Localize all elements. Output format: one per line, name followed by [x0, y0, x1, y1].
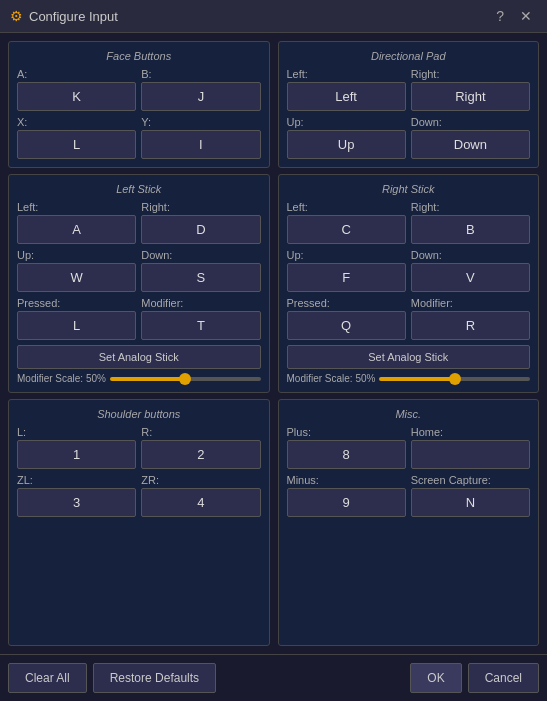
bottom-row: Shoulder buttons L: 1 R: 2 ZL: 3 ZR: 4: [8, 399, 539, 646]
footer: Clear All Restore Defaults OK Cancel: [0, 654, 547, 701]
dpad-title: Directional Pad: [287, 50, 531, 62]
left-stick-title: Left Stick: [17, 183, 261, 195]
title-bar: ⚙ Configure Input ? ✕: [0, 0, 547, 33]
rs-right-label: Right:: [411, 201, 530, 213]
restore-defaults-button[interactable]: Restore Defaults: [93, 663, 216, 693]
rs-down-group: Down: V: [411, 249, 530, 292]
rs-left-btn[interactable]: C: [287, 215, 406, 244]
right-stick-grid: Left: C Right: B Up: F Down: V Pressed:: [287, 201, 531, 340]
ls-left-btn[interactable]: A: [17, 215, 136, 244]
rs-modifier-scale-slider[interactable]: [379, 377, 530, 381]
misc-plus-btn[interactable]: 8: [287, 440, 406, 469]
ls-set-analog-btn[interactable]: Set Analog Stick: [17, 345, 261, 369]
dpad-section: Directional Pad Left: Left Right: Right …: [278, 41, 540, 168]
shoulder-r-group: R: 2: [141, 426, 260, 469]
clear-all-button[interactable]: Clear All: [8, 663, 87, 693]
dpad-left-btn[interactable]: Left: [287, 82, 406, 111]
face-btn-y-group: Y: I: [141, 116, 260, 159]
right-stick-title: Right Stick: [287, 183, 531, 195]
shoulder-l-btn[interactable]: 1: [17, 440, 136, 469]
ls-modifier-scale-slider[interactable]: [110, 377, 261, 381]
face-buttons-title: Face Buttons: [17, 50, 261, 62]
face-btn-y-label: Y:: [141, 116, 260, 128]
misc-plus-label: Plus:: [287, 426, 406, 438]
dpad-grid: Left: Left Right: Right Up: Up Down: Dow…: [287, 68, 531, 159]
rs-set-analog-btn[interactable]: Set Analog Stick: [287, 345, 531, 369]
rs-up-btn[interactable]: F: [287, 263, 406, 292]
ls-up-group: Up: W: [17, 249, 136, 292]
right-stick-section: Right Stick Left: C Right: B Up: F Down:…: [278, 174, 540, 393]
face-btn-b-label: B:: [141, 68, 260, 80]
left-stick-section: Left Stick Left: A Right: D Up: W Down: …: [8, 174, 270, 393]
shoulder-r-btn[interactable]: 2: [141, 440, 260, 469]
face-btn-x-group: X: L: [17, 116, 136, 159]
shoulder-l-label: L:: [17, 426, 136, 438]
misc-grid: Plus: 8 Home: Minus: 9 Screen Capture: N: [287, 426, 531, 517]
dpad-down-label: Down:: [411, 116, 530, 128]
title-bar-left: ⚙ Configure Input: [10, 8, 118, 24]
dpad-right-group: Right: Right: [411, 68, 530, 111]
face-buttons-grid: A: K B: J X: L Y: I: [17, 68, 261, 159]
footer-left: Clear All Restore Defaults: [8, 663, 216, 693]
shoulder-grid: L: 1 R: 2 ZL: 3 ZR: 4: [17, 426, 261, 517]
dpad-down-btn[interactable]: Down: [411, 130, 530, 159]
ls-down-label: Down:: [141, 249, 260, 261]
ls-modifier-btn[interactable]: T: [141, 311, 260, 340]
face-buttons-section: Face Buttons A: K B: J X: L Y: I: [8, 41, 270, 168]
ls-down-btn[interactable]: S: [141, 263, 260, 292]
misc-title: Misc.: [287, 408, 531, 420]
rs-modifier-btn[interactable]: R: [411, 311, 530, 340]
rs-modifier-scale-label: Modifier Scale: 50%: [287, 373, 376, 384]
shoulder-title: Shoulder buttons: [17, 408, 261, 420]
help-button[interactable]: ?: [491, 6, 509, 26]
close-button[interactable]: ✕: [515, 6, 537, 26]
ls-slider-row: Modifier Scale: 50%: [17, 373, 261, 384]
misc-home-btn[interactable]: [411, 440, 530, 469]
dpad-up-label: Up:: [287, 116, 406, 128]
dpad-left-label: Left:: [287, 68, 406, 80]
misc-screencapture-btn[interactable]: N: [411, 488, 530, 517]
title-bar-controls: ? ✕: [491, 6, 537, 26]
face-btn-a[interactable]: K: [17, 82, 136, 111]
face-btn-b[interactable]: J: [141, 82, 260, 111]
ls-right-label: Right:: [141, 201, 260, 213]
rs-pressed-btn[interactable]: Q: [287, 311, 406, 340]
shoulder-zl-btn[interactable]: 3: [17, 488, 136, 517]
face-btn-x[interactable]: L: [17, 130, 136, 159]
face-btn-b-group: B: J: [141, 68, 260, 111]
ls-pressed-label: Pressed:: [17, 297, 136, 309]
rs-pressed-label: Pressed:: [287, 297, 406, 309]
footer-right: OK Cancel: [410, 663, 539, 693]
rs-down-btn[interactable]: V: [411, 263, 530, 292]
rs-modifier-label: Modifier:: [411, 297, 530, 309]
ls-left-label: Left:: [17, 201, 136, 213]
rs-up-group: Up: F: [287, 249, 406, 292]
misc-minus-btn[interactable]: 9: [287, 488, 406, 517]
app-icon: ⚙: [10, 8, 23, 24]
main-content: Face Buttons A: K B: J X: L Y: I: [0, 33, 547, 654]
ls-left-group: Left: A: [17, 201, 136, 244]
dpad-down-group: Down: Down: [411, 116, 530, 159]
ls-pressed-btn[interactable]: L: [17, 311, 136, 340]
shoulder-zl-group: ZL: 3: [17, 474, 136, 517]
rs-slider-row: Modifier Scale: 50%: [287, 373, 531, 384]
ls-modifier-group: Modifier: T: [141, 297, 260, 340]
rs-pressed-group: Pressed: Q: [287, 297, 406, 340]
rs-right-btn[interactable]: B: [411, 215, 530, 244]
face-btn-y[interactable]: I: [141, 130, 260, 159]
face-btn-a-label: A:: [17, 68, 136, 80]
middle-row: Left Stick Left: A Right: D Up: W Down: …: [8, 174, 539, 393]
shoulder-zl-label: ZL:: [17, 474, 136, 486]
rs-right-group: Right: B: [411, 201, 530, 244]
ls-up-btn[interactable]: W: [17, 263, 136, 292]
ok-button[interactable]: OK: [410, 663, 461, 693]
dpad-right-btn[interactable]: Right: [411, 82, 530, 111]
shoulder-l-group: L: 1: [17, 426, 136, 469]
face-btn-a-group: A: K: [17, 68, 136, 111]
shoulder-zr-btn[interactable]: 4: [141, 488, 260, 517]
cancel-button[interactable]: Cancel: [468, 663, 539, 693]
ls-right-btn[interactable]: D: [141, 215, 260, 244]
dpad-up-btn[interactable]: Up: [287, 130, 406, 159]
ls-up-label: Up:: [17, 249, 136, 261]
shoulder-zr-group: ZR: 4: [141, 474, 260, 517]
